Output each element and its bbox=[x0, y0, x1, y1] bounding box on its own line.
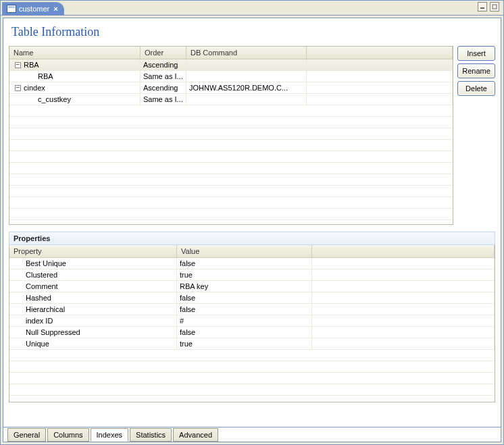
props-body: Best UniquefalseClusteredtrueCommentRBA … bbox=[9, 258, 495, 402]
property-value: false bbox=[177, 304, 312, 315]
row-name-text: RBA bbox=[24, 61, 39, 69]
cell-blank bbox=[307, 71, 453, 82]
property-value: true bbox=[177, 338, 312, 349]
cell-blank bbox=[307, 82, 453, 93]
insert-button[interactable]: Insert bbox=[457, 46, 495, 61]
property-value: false bbox=[177, 327, 312, 338]
property-blank bbox=[312, 292, 495, 303]
props-header-row: Property Value bbox=[9, 245, 495, 258]
tab-statistics[interactable]: Statistics bbox=[130, 428, 172, 442]
property-blank bbox=[312, 281, 495, 292]
properties-grid[interactable]: Property Value Best UniquefalseClustered… bbox=[9, 245, 495, 402]
col-header-blank2 bbox=[312, 245, 495, 257]
col-header-order[interactable]: Order bbox=[141, 47, 186, 59]
tab-general[interactable]: General bbox=[7, 428, 46, 442]
grid-header: Name Order DB Command bbox=[9, 47, 453, 59]
cell-dbcommand bbox=[186, 71, 307, 82]
property-blank bbox=[312, 315, 495, 326]
tab-indexes[interactable]: Indexes bbox=[91, 428, 129, 442]
property-row[interactable]: Hierarchicalfalse bbox=[9, 304, 495, 315]
table-icon bbox=[7, 5, 16, 13]
property-row[interactable]: Best Uniquefalse bbox=[9, 258, 495, 269]
action-buttons: Insert Rename Delete bbox=[457, 46, 495, 225]
col-header-value[interactable]: Value bbox=[177, 245, 312, 257]
delete-button[interactable]: Delete bbox=[457, 81, 495, 96]
window-controls bbox=[478, 2, 499, 11]
cell-blank bbox=[307, 94, 453, 105]
cell-dbcommand: JOHNW.AS5120R.DEMO.C... bbox=[186, 82, 307, 93]
property-value: # bbox=[177, 315, 312, 326]
property-name: Null Suppressed bbox=[9, 327, 177, 338]
col-header-name[interactable]: Name bbox=[9, 47, 141, 59]
svg-rect-0 bbox=[480, 7, 484, 9]
property-row[interactable]: Hashedfalse bbox=[9, 292, 495, 304]
row-name-text: RBA bbox=[38, 72, 53, 80]
cell-blank bbox=[307, 59, 453, 70]
property-row[interactable]: Null Suppressedfalse bbox=[9, 327, 495, 338]
tab-advanced[interactable]: Advanced bbox=[173, 428, 218, 442]
table-row[interactable]: c_custkeySame as I... bbox=[9, 94, 453, 105]
collapse-icon[interactable]: − bbox=[15, 85, 21, 91]
cell-order: Ascending bbox=[141, 59, 186, 70]
row-name-text: c_custkey bbox=[38, 95, 71, 103]
maximize-button[interactable] bbox=[490, 2, 499, 11]
minimize-button[interactable] bbox=[478, 2, 487, 11]
property-blank bbox=[312, 269, 495, 280]
col-header-dbcommand[interactable]: DB Command bbox=[186, 47, 307, 59]
empty-rows bbox=[9, 105, 453, 224]
editor-window: customer × Table Information Name Order … bbox=[0, 0, 504, 445]
cell-name: c_custkey bbox=[9, 94, 141, 105]
indexes-grid[interactable]: Name Order DB Command −RBAAscendingRBASa… bbox=[9, 46, 453, 225]
property-name: Hashed bbox=[9, 292, 177, 303]
rename-button[interactable]: Rename bbox=[457, 63, 495, 78]
property-name: Clustered bbox=[9, 269, 177, 280]
property-blank bbox=[312, 338, 495, 349]
property-blank bbox=[312, 258, 495, 269]
property-row[interactable]: index ID# bbox=[9, 315, 495, 327]
property-blank bbox=[312, 327, 495, 338]
property-value: RBA key bbox=[177, 281, 312, 292]
table-row[interactable]: −RBAAscending bbox=[9, 59, 453, 71]
property-name: index ID bbox=[9, 315, 177, 326]
table-row[interactable]: RBASame as I... bbox=[9, 71, 453, 82]
property-name: Unique bbox=[9, 338, 177, 349]
close-icon[interactable]: × bbox=[52, 5, 59, 13]
cell-order: Ascending bbox=[141, 82, 186, 93]
cell-order: Same as I... bbox=[141, 71, 186, 82]
property-name: Hierarchical bbox=[9, 304, 177, 315]
grid-body: −RBAAscendingRBASame as I...−cindexAscen… bbox=[9, 59, 453, 224]
content-area: Table Information Name Order DB Command … bbox=[3, 18, 501, 427]
editor-tabbar: customer × bbox=[1, 1, 503, 16]
bottom-tabbar: General Columns Indexes Statistics Advan… bbox=[3, 427, 501, 442]
property-value: false bbox=[177, 258, 312, 269]
cell-order: Same as I... bbox=[141, 94, 186, 105]
indexes-panel: Name Order DB Command −RBAAscendingRBASa… bbox=[9, 46, 495, 225]
empty-rows bbox=[9, 350, 495, 402]
property-name: Best Unique bbox=[9, 258, 177, 269]
cell-name: RBA bbox=[9, 71, 141, 82]
tab-title: customer bbox=[19, 5, 49, 13]
col-header-property[interactable]: Property bbox=[9, 245, 177, 257]
cell-dbcommand bbox=[186, 59, 307, 70]
cell-name: −cindex bbox=[9, 82, 141, 93]
property-blank bbox=[312, 304, 495, 315]
property-value: false bbox=[177, 292, 312, 303]
property-row[interactable]: Clusteredtrue bbox=[9, 269, 495, 281]
page-title: Table Information bbox=[9, 22, 495, 46]
col-header-blank bbox=[307, 47, 453, 59]
property-row[interactable]: Uniquetrue bbox=[9, 338, 495, 350]
property-name: Comment bbox=[9, 281, 177, 292]
cell-dbcommand bbox=[186, 94, 307, 105]
tab-columns[interactable]: Columns bbox=[47, 428, 89, 442]
collapse-icon[interactable]: − bbox=[15, 62, 21, 68]
row-name-text: cindex bbox=[24, 84, 45, 92]
editor-tab-customer[interactable]: customer × bbox=[2, 2, 64, 16]
cell-name: −RBA bbox=[9, 59, 141, 70]
property-value: true bbox=[177, 269, 312, 280]
property-row[interactable]: CommentRBA key bbox=[9, 281, 495, 292]
svg-rect-1 bbox=[493, 5, 497, 9]
properties-header: Properties bbox=[9, 232, 495, 245]
table-row[interactable]: −cindexAscendingJOHNW.AS5120R.DEMO.C... bbox=[9, 82, 453, 94]
